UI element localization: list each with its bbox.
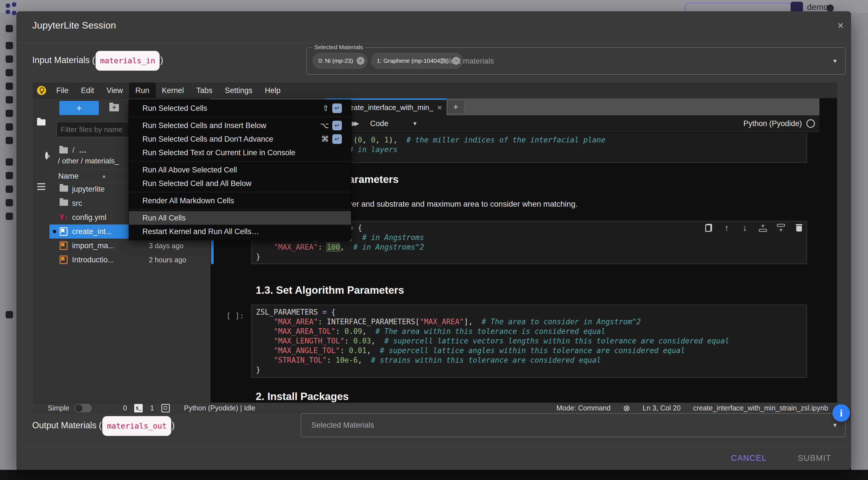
new-launcher-button[interactable]: + xyxy=(59,101,99,115)
breadcrumb-ellipsis[interactable]: … xyxy=(79,146,87,155)
backdrop-sidebar-icon xyxy=(6,110,13,117)
backdrop-sidebar-icon xyxy=(6,55,13,63)
kernel-chip-icon[interactable] xyxy=(161,404,170,413)
file-name: config.yml xyxy=(72,210,106,224)
run-menu-dropdown: Run Selected Cells⇧↵Run Selected Cells a… xyxy=(129,99,351,240)
cursor-position[interactable]: Ln 3, Col 20 xyxy=(643,404,681,412)
code-token: 0 xyxy=(358,136,362,144)
notebook-file-icon xyxy=(60,256,67,264)
code-line: "MAX_AREA": INTERFACE_PARAMETERS["MAX_AR… xyxy=(256,317,807,327)
code-token xyxy=(256,346,274,355)
breadcrumb[interactable]: / … xyxy=(59,146,87,155)
menu-separator xyxy=(129,161,351,161)
run-menu-item[interactable]: Run All Cells xyxy=(129,211,351,225)
run-menu-item[interactable]: Run Selected Cells⇧↵ xyxy=(129,101,351,115)
file-modified: 3 days ago xyxy=(149,239,183,253)
code-token: ), xyxy=(389,136,407,144)
menu-item-label: Render All Markdown Cells xyxy=(143,197,234,205)
menubar-item-help[interactable]: Help xyxy=(258,83,287,98)
code-line: "MAX_ANGLE_TOL": 0.01, # supercell latti… xyxy=(256,346,807,355)
file-row[interactable]: import_ma...3 days ago xyxy=(50,239,211,253)
kernel-indicator[interactable]: Python (Pyodide) xyxy=(743,115,815,132)
file-row[interactable]: Introductio...2 hours ago xyxy=(50,253,211,267)
input-materials-prefix: Input Materials ( xyxy=(32,55,95,65)
terminal-icon[interactable]: $_ xyxy=(134,404,143,413)
run-menu-item[interactable]: Run Selected Cells and Don't Advance⌘↵ xyxy=(129,132,351,146)
run-menu-item[interactable]: Restart Kernel and Run All Cells… xyxy=(129,225,351,238)
code-token: 0.03 xyxy=(353,337,371,345)
mode-indicator[interactable]: Mode: Command xyxy=(556,404,611,412)
menubar-item-tabs[interactable]: Tabs xyxy=(190,83,219,98)
name-column-header[interactable]: Name xyxy=(58,170,79,182)
backdrop-sidebar-icon xyxy=(6,213,13,220)
kernel-name: Python (Pyodide) xyxy=(743,119,802,128)
new-folder-icon[interactable] xyxy=(110,104,119,113)
breadcrumb-path[interactable]: / other / materials_ xyxy=(58,157,119,166)
enter-key-icon: ↵ xyxy=(332,121,342,130)
code-token: : xyxy=(336,327,344,335)
enter-key-icon: ↵ xyxy=(332,103,342,113)
chevron-down-icon[interactable]: ▼ xyxy=(832,48,838,74)
cell-type-select[interactable]: Code xyxy=(370,115,389,132)
cancel-button[interactable]: CANCEL xyxy=(731,453,767,463)
code-token xyxy=(256,243,274,251)
code-token: 100 xyxy=(327,243,340,251)
simple-mode-toggle[interactable] xyxy=(74,404,92,413)
insert-cell-below-icon[interactable] xyxy=(777,223,785,232)
chevron-down-icon[interactable]: ▾ xyxy=(413,115,416,132)
file-browser-icon[interactable] xyxy=(37,119,45,125)
tab-close-icon[interactable]: × xyxy=(437,103,442,112)
file-name: jupyterlite xyxy=(72,182,105,196)
table-of-contents-icon[interactable] xyxy=(37,183,45,190)
run-menu-item[interactable]: Run All Above Selected Cell xyxy=(129,163,351,177)
close-icon[interactable]: × xyxy=(837,20,844,31)
run-menu-item[interactable]: Run Selected Cell and All Below xyxy=(129,177,351,190)
modal-title: JupyterLite Session xyxy=(32,18,116,33)
code-token: "MAX_AREA" xyxy=(274,243,318,251)
input-materials-label: Input Materials (materials_in) xyxy=(32,51,163,68)
move-cell-down-icon[interactable]: ↓ xyxy=(741,223,749,232)
run-all-icon[interactable]: ▶▶ xyxy=(352,115,357,132)
code-token: ], xyxy=(464,318,482,326)
user-label: demo xyxy=(807,2,828,12)
code-token: , xyxy=(358,356,371,364)
backdrop-sidebar-icon xyxy=(6,172,13,179)
code-token: 0.01 xyxy=(349,346,367,355)
output-materials-select[interactable]: Selected Materials ▼ xyxy=(301,413,845,437)
delete-cell-icon[interactable] xyxy=(795,223,803,232)
insert-cell-above-icon[interactable] xyxy=(758,223,767,232)
chip-remove-icon[interactable]: × xyxy=(356,57,365,65)
file-name: src xyxy=(72,196,82,210)
run-menu-item[interactable]: Run Selected Cells and Insert Below⌥↵ xyxy=(129,119,351,132)
submit-button[interactable]: SUBMIT xyxy=(798,453,831,463)
menubar-item-file[interactable]: File xyxy=(50,83,75,98)
backdrop-bottom xyxy=(0,470,868,480)
sort-ascending-icon[interactable]: ▲ xyxy=(102,170,106,182)
menubar-item-edit[interactable]: Edit xyxy=(75,83,101,98)
run-menu-item[interactable]: Render All Markdown Cells xyxy=(129,194,351,208)
material-chip[interactable]: 0: Ni (mp-23)× xyxy=(312,53,368,69)
move-cell-up-icon[interactable]: ↑ xyxy=(722,223,731,232)
menu-item-label: Run Selected Cell and All Below xyxy=(143,179,251,188)
code-cell-3[interactable]: ZSL_PARAMETERS = { "MAX_AREA": INTERFACE… xyxy=(251,305,807,378)
menubar-item-settings[interactable]: Settings xyxy=(219,83,259,98)
menubar-item-kernel[interactable]: Kernel xyxy=(156,83,190,98)
code-token: # The area to consider in Angstrom^2 xyxy=(482,318,641,326)
backdrop-left-sidebar xyxy=(0,13,17,470)
code-token: , xyxy=(375,136,384,144)
screen: demo JupyterLite Session × Input Materia… xyxy=(0,0,868,480)
new-tab-button[interactable]: + xyxy=(448,100,464,113)
menubar-item-view[interactable]: View xyxy=(100,83,129,98)
selected-materials-select[interactable]: Selected Materials 0: Ni (mp-23)×1: Grap… xyxy=(307,48,845,74)
code-token: : xyxy=(340,346,349,355)
run-menu-item[interactable]: Run Selected Text or Current Line in Con… xyxy=(129,146,351,159)
menubar-item-run[interactable]: Run xyxy=(129,83,156,98)
chip-label: 1: Graphene (mp-1040425) xyxy=(377,57,449,64)
running-sessions-icon[interactable] xyxy=(45,152,48,159)
menu-item-shortcut: ⌘↵ xyxy=(321,134,342,144)
support-info-button[interactable]: i xyxy=(832,404,850,422)
code-token: # in Angstroms^2 xyxy=(353,243,424,251)
kernel-status-text[interactable]: Python (Pyodide) | Idle xyxy=(184,404,255,412)
home-folder-icon[interactable] xyxy=(59,147,68,153)
duplicate-cell-icon[interactable] xyxy=(704,223,713,232)
